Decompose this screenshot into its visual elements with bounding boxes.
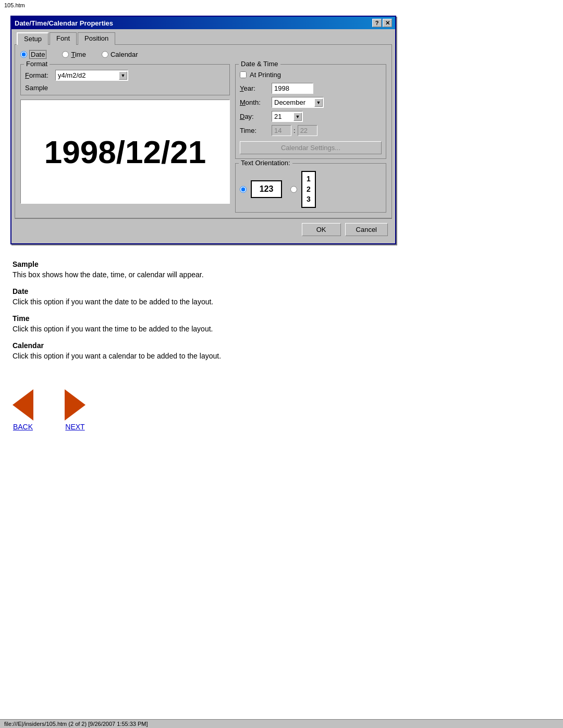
horizontal-preview: 123 (251, 180, 282, 198)
radio-time-label[interactable]: Time (62, 51, 85, 58)
orientation-group-title: Text Orientation: (239, 159, 292, 167)
datetime-group-title: Date & Time (239, 60, 280, 68)
month-row: Month: December January February March A… (240, 97, 382, 108)
calendar-radio-text: Calendar (111, 51, 138, 58)
sample-label: Sample (25, 84, 225, 92)
next-nav-item: NEXT (65, 389, 85, 431)
filename-label: 105.htm (4, 2, 25, 8)
status-text: file:///E|/insiders/105.htm (2 of 2) [9/… (4, 721, 148, 727)
tab-content-setup: Date Time Calendar (15, 44, 392, 218)
tab-position[interactable]: Position (78, 32, 115, 45)
help-section: Sample This box shows how the date, time… (0, 250, 563, 379)
month-select-wrapper: December January February March April Ma… (272, 97, 324, 108)
date-help-title: Date (13, 287, 550, 295)
time-help-desc: Click this option if you want the time t… (13, 325, 550, 333)
sample-help-desc: This box shows how the date, time, or ca… (13, 270, 550, 279)
time-label: Time: (240, 127, 268, 134)
dialog-body: Setup Font Position Date (11, 29, 395, 243)
format-select-wrapper: y4/m2/d2 ▼ (55, 70, 128, 81)
left-panel: Format Format: y4/m2/d2 ▼ (20, 64, 230, 213)
tab-setup[interactable]: Setup (17, 32, 48, 45)
month-label: Month: (240, 98, 268, 106)
main-content: Format Format: y4/m2/d2 ▼ (20, 64, 386, 213)
radio-time[interactable] (62, 51, 69, 58)
date-help-desc: Click this option if you want the date t… (13, 298, 550, 306)
browser-filename: 105.htm (0, 0, 563, 10)
dialog-wrapper: Date/Time/Calendar Properties ? ✕ Setup … (0, 10, 563, 250)
day-row: Day: 21 ▼ (240, 111, 382, 122)
sample-preview: 1998/12/21 (20, 100, 230, 204)
cancel-button[interactable]: Cancel (345, 223, 388, 236)
orientation-group: Text Orientation: 123 (235, 163, 386, 213)
titlebar-buttons: ? ✕ (372, 19, 392, 27)
back-link[interactable]: BACK (13, 423, 33, 431)
sample-date-display: 1998/12/21 (44, 133, 206, 170)
time-radio-text: Time (71, 51, 85, 58)
dialog-window: Date/Time/Calendar Properties ? ✕ Setup … (10, 16, 396, 244)
day-select[interactable]: 21 (272, 111, 303, 122)
back-nav-item: BACK (13, 389, 33, 431)
year-label: Year: (240, 84, 268, 92)
radio-date[interactable] (20, 51, 27, 58)
format-group: Format Format: y4/m2/d2 ▼ (20, 64, 230, 95)
at-printing-label: At Printing (250, 71, 281, 79)
vertical-radio[interactable] (290, 186, 297, 193)
tab-bar: Setup Font Position (15, 32, 392, 45)
vertical-option: 123 (290, 171, 316, 208)
nav-section: BACK NEXT (0, 379, 563, 441)
close-button[interactable]: ✕ (383, 19, 392, 27)
help-button[interactable]: ? (372, 19, 382, 27)
radio-calendar-label[interactable]: Calendar (102, 51, 138, 58)
date-radio-text: Date (29, 50, 46, 59)
tab-font[interactable]: Font (50, 32, 77, 45)
orientation-options: 123 123 (240, 171, 382, 208)
format-group-title: Format (24, 60, 50, 68)
time-row: Time: : (240, 125, 382, 136)
status-bar: file:///E|/insiders/105.htm (2 of 2) [9/… (0, 719, 563, 728)
year-input[interactable] (272, 83, 313, 94)
type-radio-group: Date Time Calendar (20, 50, 386, 59)
time-hour-input (272, 125, 291, 136)
time-inputs: : (272, 125, 317, 136)
datetime-group: Date & Time At Printing Year: (235, 64, 386, 159)
dialog-titlebar: Date/Time/Calendar Properties ? ✕ (11, 17, 395, 29)
horizontal-option: 123 (240, 180, 282, 198)
format-row: Format: y4/m2/d2 ▼ (25, 70, 225, 81)
year-row: Year: (240, 83, 382, 94)
vertical-preview: 123 (301, 171, 316, 208)
dialog-footer: OK Cancel (15, 218, 392, 240)
format-label: Format: (25, 71, 51, 79)
next-arrow-icon[interactable] (65, 389, 85, 421)
sample-help-title: Sample (13, 260, 550, 268)
horizontal-radio[interactable] (240, 186, 247, 193)
calendar-help-desc: Click this option if you want a calendar… (13, 352, 550, 360)
at-printing-row: At Printing (240, 71, 382, 79)
dialog-title: Date/Time/Calendar Properties (15, 19, 113, 27)
back-arrow-icon[interactable] (13, 389, 33, 421)
at-printing-checkbox[interactable] (240, 71, 247, 78)
right-panel: Date & Time At Printing Year: (235, 64, 386, 213)
calendar-help-title: Calendar (13, 341, 550, 350)
time-minute-input (298, 125, 317, 136)
ok-button[interactable]: OK (302, 223, 341, 236)
format-select[interactable]: y4/m2/d2 (55, 70, 128, 81)
radio-calendar[interactable] (102, 51, 108, 58)
radio-date-label[interactable]: Date (20, 50, 46, 59)
day-select-wrapper: 21 ▼ (272, 111, 303, 122)
time-help-title: Time (13, 314, 550, 323)
month-select[interactable]: December January February March April Ma… (272, 97, 324, 108)
time-colon: : (293, 127, 296, 134)
next-link[interactable]: NEXT (65, 423, 84, 431)
calendar-settings-button[interactable]: Calendar Settings... (240, 141, 382, 154)
day-label: Day: (240, 113, 268, 120)
